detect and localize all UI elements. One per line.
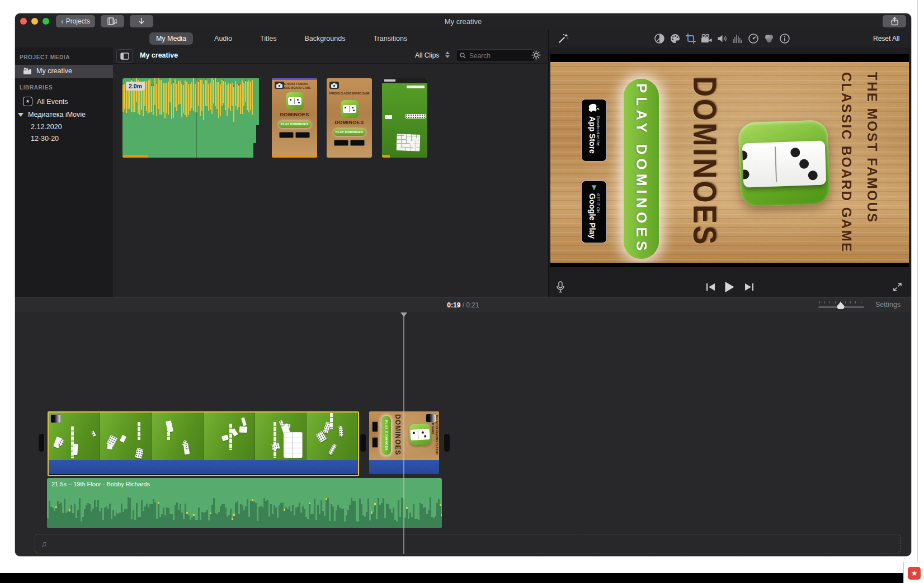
updown-chevrons-icon[interactable] (445, 51, 450, 58)
sidebar-item-library[interactable]: Медиатека iMovie (18, 111, 86, 119)
clip-filter-button[interactable] (761, 33, 777, 44)
magic-wand-icon (557, 32, 569, 45)
used-range-indicator (272, 155, 317, 158)
media-clip-screenshot-1[interactable]: THE MOST FAMOUS CLASSIC BOARD GAME DOMIN… (272, 78, 317, 158)
play-button[interactable] (724, 281, 735, 295)
close-window-button[interactable] (20, 18, 27, 25)
info-icon (779, 33, 790, 44)
imovie-window: ‹ Projects My creative My Media Audio Ti… (15, 13, 911, 556)
sidebar-toggle-icon (120, 53, 129, 60)
trim-handle-left[interactable] (38, 433, 45, 452)
thumb-app-title: DOMINOES (272, 112, 317, 117)
top-accent-line (272, 78, 317, 80)
tab-backgrounds[interactable]: Backgrounds (298, 32, 352, 45)
filmstrip-music-icon (107, 17, 117, 25)
noise-reduction-button[interactable] (730, 34, 746, 44)
thumb-app-title: DOMINOES (327, 120, 372, 125)
timeline-image-clip[interactable]: PLAY DOMINOES DOMINOES THE MOST FAMOUS C… (369, 411, 439, 474)
skip-start-icon (706, 283, 715, 291)
camera-badge-icon (329, 82, 339, 89)
background-music-well[interactable]: ♫ (35, 534, 901, 553)
clip-info-button[interactable] (777, 33, 793, 44)
color-palette-icon (670, 33, 681, 44)
timeline-zoom-slider[interactable] (818, 301, 864, 309)
sidebar-item-all-events[interactable]: ★ All Events (23, 97, 68, 106)
appstore-badge: Download on theApp Store (581, 99, 607, 162)
apple-logo-icon (588, 103, 600, 113)
skip-to-start-button[interactable] (706, 283, 715, 293)
sidebar-item-event-1230[interactable]: 12-30-20 (31, 135, 59, 143)
timeline-video-clip-selected[interactable] (48, 411, 359, 476)
import-download-button[interactable] (130, 15, 153, 27)
tab-audio[interactable]: Audio (208, 32, 239, 45)
trim-handle-right[interactable] (444, 433, 450, 452)
artwork-tagline: THE MOST FAMOUS CLASSIC BOARD GAME (831, 72, 887, 258)
trim-handle-middle[interactable] (360, 433, 366, 452)
page-edge-line (917, 0, 918, 562)
speed-button[interactable] (746, 33, 761, 44)
thumb-app-icon (286, 92, 304, 110)
reset-all-button[interactable]: Reset All (873, 35, 899, 42)
clapperboard-icon (23, 68, 32, 75)
timeline-toolbar: 0:19 / 0:21 Settings (15, 297, 911, 313)
clip-duration-badge: 2.0m (126, 82, 145, 91)
crop-button[interactable] (683, 33, 699, 44)
color-correction-button[interactable] (667, 33, 683, 44)
media-clip-screenshot-2[interactable]: FAMOUS CLASSIC BOARD GAME DOMINOES PLAY … (327, 78, 372, 158)
tab-my-media[interactable]: My Media (149, 32, 193, 45)
timeline-clip-filmstrip (49, 413, 358, 460)
tab-transitions[interactable]: Transitions (366, 32, 414, 45)
media-clip-gameplay[interactable] (382, 78, 427, 158)
upper-section: My Media Audio Titles Backgrounds Transi… (15, 29, 911, 297)
browser-settings-button[interactable] (531, 50, 541, 63)
transport-controls (549, 278, 911, 297)
mini-app-icon (409, 423, 431, 445)
sidebar-item-event-2020[interactable]: 2.12.2020 (31, 123, 62, 131)
color-balance-button[interactable] (652, 33, 667, 44)
zoom-window-button[interactable] (43, 18, 49, 25)
timeline[interactable]: PLAY DOMINOES DOMINOES THE MOST FAMOUS C… (15, 312, 911, 556)
adjust-toolbar: Reset All (549, 29, 911, 48)
mini-play-button: PLAY DOMINOES (381, 416, 391, 455)
skip-to-end-button[interactable] (744, 283, 754, 293)
volume-button[interactable] (714, 33, 730, 44)
star-extension-icon[interactable]: ★ (908, 567, 921, 580)
tab-titles[interactable]: Titles (253, 32, 283, 45)
mini-app-title: DOMINOES (394, 414, 402, 458)
timeline-music-clip[interactable]: 21.5s – 19th Floor - Bobby Richards (47, 478, 442, 528)
clips-filter-dropdown[interactable]: All Clips (415, 51, 439, 59)
media-import-button[interactable] (101, 15, 124, 27)
current-time: 0:19 (447, 301, 460, 309)
panel-divider (548, 29, 549, 297)
media-tabbar: My Media Audio Titles Backgrounds Transi… (15, 29, 548, 48)
fullscreen-icon (893, 282, 902, 292)
share-icon (890, 17, 899, 26)
play-icon (724, 281, 735, 293)
search-input[interactable] (468, 51, 524, 60)
voiceover-record-button[interactable] (556, 281, 565, 296)
color-balance-icon (654, 33, 665, 44)
used-range-indicator (382, 155, 390, 158)
bottom-black-bar (0, 573, 906, 583)
star-square-icon: ★ (23, 97, 32, 106)
timeline-settings-button[interactable]: Settings (875, 301, 901, 309)
thumb-play-button: PLAY DOMINOES (279, 121, 311, 128)
fullscreen-button[interactable] (893, 282, 902, 294)
sidebar-item-my-creative[interactable]: My creative (23, 67, 72, 75)
auto-enhance-button[interactable] (555, 32, 571, 45)
google-play-icon (589, 185, 599, 190)
share-button[interactable] (883, 15, 906, 27)
playhead[interactable] (403, 312, 404, 554)
chevron-left-icon: ‹ (61, 17, 64, 26)
artwork-title: DOMINOES (683, 77, 726, 261)
preview-viewer: Download on theApp Store GET IT ONGoogle… (550, 54, 909, 267)
minimize-window-button[interactable] (31, 18, 38, 25)
projects-back-button[interactable]: ‹ Projects (56, 15, 95, 27)
sidebar-toggle-button[interactable] (116, 49, 133, 63)
time-display: 0:19 / 0:21 (15, 301, 911, 309)
crop-icon (685, 33, 696, 44)
stabilization-button[interactable] (699, 33, 714, 44)
camera-badge-icon (275, 82, 284, 89)
search-field[interactable] (456, 49, 535, 62)
media-audio-clip[interactable]: 2.0m (122, 78, 261, 158)
